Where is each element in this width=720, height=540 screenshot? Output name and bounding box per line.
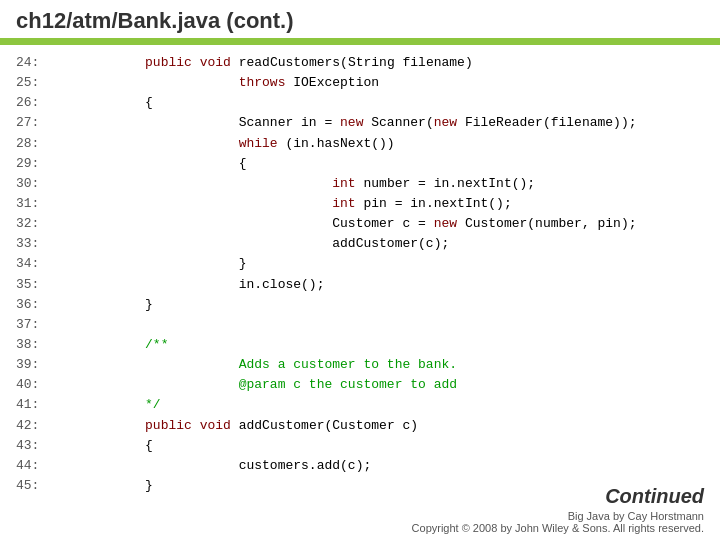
code-line: 38: /**	[16, 335, 704, 355]
code-text: @param c the customer to add	[51, 375, 457, 395]
slide-header: ch12/atm/Bank.java (cont.)	[0, 0, 720, 41]
line-number: 36:	[16, 295, 51, 315]
code-text: Customer c = new Customer(number, pin);	[51, 214, 636, 234]
line-number: 30:	[16, 174, 51, 194]
line-number: 28:	[16, 134, 51, 154]
line-number: 34:	[16, 254, 51, 274]
line-number: 39:	[16, 355, 51, 375]
code-text: Adds a customer to the bank.	[51, 355, 457, 375]
line-number: 33:	[16, 234, 51, 254]
code-line: 31: int pin = in.nextInt();	[16, 194, 704, 214]
code-text: /**	[51, 335, 168, 355]
code-line: 24: public void readCustomers(String fil…	[16, 53, 704, 73]
code-block: 24: public void readCustomers(String fil…	[0, 45, 720, 500]
code-text: {	[51, 436, 152, 456]
code-text: Scanner in = new Scanner(new FileReader(…	[51, 113, 636, 133]
line-number: 40:	[16, 375, 51, 395]
line-number: 29:	[16, 154, 51, 174]
code-text: throws IOException	[51, 73, 379, 93]
code-line: 29: {	[16, 154, 704, 174]
code-line: 35: in.close();	[16, 275, 704, 295]
code-line: 43: {	[16, 436, 704, 456]
line-number: 38:	[16, 335, 51, 355]
code-line: 40: @param c the customer to add	[16, 375, 704, 395]
code-line: 44: customers.add(c);	[16, 456, 704, 476]
line-number: 31:	[16, 194, 51, 214]
line-number: 37:	[16, 315, 51, 335]
line-number: 26:	[16, 93, 51, 113]
code-text: {	[51, 93, 152, 113]
code-text: while (in.hasNext())	[51, 134, 394, 154]
code-text: customers.add(c);	[51, 456, 371, 476]
code-text: public void addCustomer(Customer c)	[51, 416, 418, 436]
code-line: 27: Scanner in = new Scanner(new FileRea…	[16, 113, 704, 133]
code-line: 30: int number = in.nextInt();	[16, 174, 704, 194]
code-line: 33: addCustomer(c);	[16, 234, 704, 254]
page-title: ch12/atm/Bank.java (cont.)	[16, 8, 294, 33]
line-number: 25:	[16, 73, 51, 93]
code-text: int number = in.nextInt();	[51, 174, 535, 194]
continued-label: Continued	[412, 485, 704, 508]
code-text: }	[51, 476, 152, 496]
code-text: {	[51, 154, 246, 174]
code-text: }	[51, 295, 152, 315]
code-text: */	[51, 395, 160, 415]
code-line: 32: Customer c = new Customer(number, pi…	[16, 214, 704, 234]
code-line: 26: {	[16, 93, 704, 113]
line-number: 44:	[16, 456, 51, 476]
code-text: addCustomer(c);	[51, 234, 449, 254]
code-line: 28: while (in.hasNext())	[16, 134, 704, 154]
code-line: 37:	[16, 315, 704, 335]
line-number: 35:	[16, 275, 51, 295]
code-line: 34: }	[16, 254, 704, 274]
line-number: 24:	[16, 53, 51, 73]
code-line: 42: public void addCustomer(Customer c)	[16, 416, 704, 436]
slide-footer: Continued Big Java by Cay Horstmann Copy…	[412, 485, 704, 534]
code-text: in.close();	[51, 275, 324, 295]
code-line: 25: throws IOException	[16, 73, 704, 93]
code-line: 36: }	[16, 295, 704, 315]
line-number: 45:	[16, 476, 51, 496]
copyright-text: Big Java by Cay Horstmann Copyright © 20…	[412, 510, 704, 534]
line-number: 27:	[16, 113, 51, 133]
code-line: 39: Adds a customer to the bank.	[16, 355, 704, 375]
line-number: 43:	[16, 436, 51, 456]
line-number: 42:	[16, 416, 51, 436]
code-text: int pin = in.nextInt();	[51, 194, 511, 214]
code-text: }	[51, 254, 246, 274]
line-number: 41:	[16, 395, 51, 415]
line-number: 32:	[16, 214, 51, 234]
code-text: public void readCustomers(String filenam…	[51, 53, 472, 73]
code-line: 41: */	[16, 395, 704, 415]
